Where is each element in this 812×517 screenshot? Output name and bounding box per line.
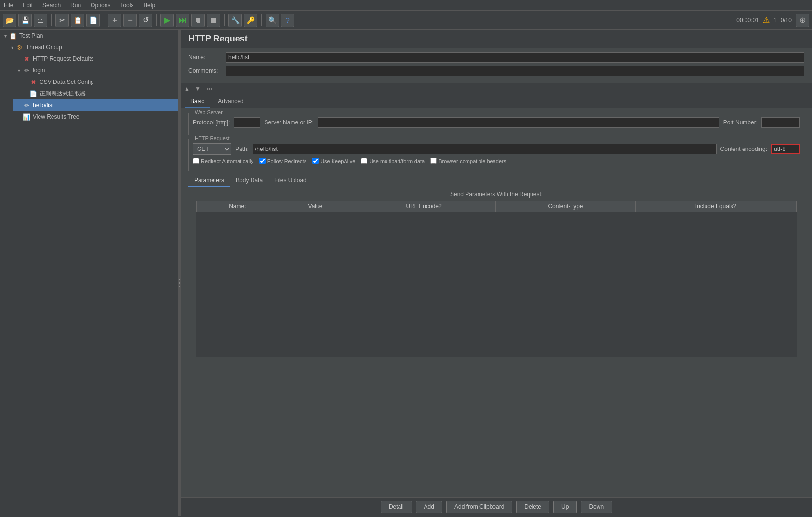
run-no-pause-button[interactable]: ⏭ <box>176 14 189 27</box>
sidebar-item-login[interactable]: ▾ ✏ login <box>13 65 178 76</box>
sidebar-item-thread-group[interactable]: ▾ ⚙ Thread Group <box>7 41 178 53</box>
server-input[interactable] <box>318 117 719 128</box>
sidebar: ▾ 📋 Test Plan ▾ ⚙ Thread Group ✖ HTTP Re… <box>0 30 178 516</box>
help-button[interactable]: ? <box>281 14 294 27</box>
params-table-body <box>197 212 797 357</box>
save-all-button[interactable]: 🗃 <box>34 14 47 27</box>
delete-button[interactable]: Delete <box>516 501 549 513</box>
regex-label: 正则表达式提取器 <box>40 90 86 98</box>
add-from-clipboard-button[interactable]: Add from Clipboard <box>446 501 512 513</box>
follow-redirects-label[interactable]: Follow Redirects <box>259 158 306 164</box>
toolbar: 📂 💾 🗃 ✂ 📋 📄 + − ↺ ▶ ⏭ ⏺ ⏹ 🔧 🔑 🔍 ? 00:00:… <box>0 11 812 30</box>
detail-button[interactable]: Detail <box>381 501 412 513</box>
redirect-auto-checkbox[interactable] <box>193 158 199 164</box>
menu-tools[interactable]: Tools <box>118 1 135 10</box>
port-input[interactable] <box>761 117 800 128</box>
sidebar-item-view-results[interactable]: 📊 View Results Tree <box>13 111 178 122</box>
panel-title: HTTP Request <box>188 34 248 43</box>
keep-alive-label[interactable]: Use KeepAlive <box>312 158 355 164</box>
browser-headers-checkbox[interactable] <box>430 158 437 164</box>
sub-tabs-bar: Parameters Body Data Files Upload <box>188 175 804 187</box>
sidebar-item-hello-list[interactable]: ✏ hello/list <box>13 99 178 111</box>
up-button[interactable]: Up <box>553 501 577 513</box>
params-table: Name: Value URL Encode? Content-Type Inc… <box>196 201 797 357</box>
main-layout: ▾ 📋 Test Plan ▾ ⚙ Thread Group ✖ HTTP Re… <box>0 30 812 516</box>
ssl-manager-button[interactable]: 🔧 <box>228 14 242 27</box>
path-input[interactable] <box>253 144 717 154</box>
multipart-checkbox[interactable] <box>361 158 367 164</box>
sidebar-item-csv-config[interactable]: ✖ CSV Data Set Config <box>20 76 178 88</box>
menu-search[interactable]: Search <box>40 1 63 10</box>
http-defaults-icon: ✖ <box>22 54 31 63</box>
tabs-bar: Basic Advanced <box>181 94 812 108</box>
comments-row: Comments: <box>188 66 804 76</box>
col-header-name: Name: <box>197 201 279 212</box>
tab-basic[interactable]: Basic <box>185 96 210 108</box>
run-button[interactable]: ▶ <box>160 14 174 27</box>
add-toolbar-button[interactable]: + <box>108 14 121 27</box>
menu-run[interactable]: Run <box>68 1 83 10</box>
up-arrow-btn[interactable]: ▲ <box>183 84 191 93</box>
web-server-row: Protocol [http]: Server Name or IP: Port… <box>193 117 800 128</box>
form-section: Name: Comments: <box>181 48 812 83</box>
csv-config-icon: ✖ <box>29 78 38 86</box>
search-toolbar-button[interactable]: 🔍 <box>266 14 279 27</box>
protocol-label: Protocol [http]: <box>193 119 230 126</box>
cut-button[interactable]: ✂ <box>55 14 69 27</box>
menu-bar: File Edit Search Run Options Tools Help <box>0 0 812 11</box>
sidebar-item-regex[interactable]: 📄 正则表达式提取器 <box>20 88 178 99</box>
menu-help[interactable]: Help <box>141 1 157 10</box>
thread-group-label: Thread Group <box>26 44 62 51</box>
hello-list-label: hello/list <box>33 102 53 109</box>
sub-tab-parameters[interactable]: Parameters <box>188 175 230 187</box>
expand-arrow-login: ▾ <box>15 68 22 73</box>
hello-list-icon: ✏ <box>22 101 31 109</box>
view-results-label: View Results Tree <box>33 113 80 120</box>
down-arrow-btn[interactable]: ▼ <box>193 84 202 93</box>
col-header-value: Value <box>279 201 352 212</box>
redirect-auto-label[interactable]: Redirect Automatically <box>193 158 253 164</box>
down-button[interactable]: Down <box>581 501 612 513</box>
panel-header: HTTP Request <box>181 30 812 48</box>
sub-tab-files-upload[interactable]: Files Upload <box>268 175 312 187</box>
col-header-include-equals: Include Equals? <box>636 201 797 212</box>
menu-options[interactable]: Options <box>89 1 112 10</box>
save-button[interactable]: 💾 <box>18 14 32 27</box>
add-button[interactable]: Add <box>416 501 442 513</box>
multipart-label[interactable]: Use multipart/form-data <box>361 158 425 164</box>
copy-button[interactable]: 📋 <box>71 14 84 27</box>
sub-tab-body-data[interactable]: Body Data <box>230 175 268 187</box>
stop-button[interactable]: ⏺ <box>191 14 205 27</box>
csv-config-label: CSV Data Set Config <box>40 79 94 85</box>
browser-headers-label[interactable]: Browser-compatible headers <box>430 158 506 164</box>
http-content: Web Server Protocol [http]: Server Name … <box>181 108 812 497</box>
follow-redirects-checkbox[interactable] <box>259 158 266 164</box>
paste-button[interactable]: 📄 <box>86 14 100 27</box>
test-plan-icon: 📋 <box>9 31 17 40</box>
menu-edit[interactable]: Edit <box>21 1 35 10</box>
open-button[interactable]: 📂 <box>3 14 16 27</box>
comments-input[interactable] <box>226 66 804 76</box>
toolbar-dots: ••• <box>207 86 213 92</box>
log-button[interactable]: 🔑 <box>244 14 257 27</box>
protocol-input[interactable] <box>234 117 260 128</box>
test-plan-label: Test Plan <box>19 32 43 39</box>
sidebar-resize-handle[interactable] <box>176 30 178 516</box>
name-row: Name: <box>188 52 804 63</box>
tab-advanced[interactable]: Advanced <box>212 96 249 108</box>
name-input[interactable] <box>226 52 804 63</box>
encoding-input[interactable] <box>771 144 800 154</box>
sidebar-item-test-plan[interactable]: ▾ 📋 Test Plan <box>0 30 178 41</box>
col-header-content-type: Content-Type <box>495 201 635 212</box>
sidebar-item-http-defaults[interactable]: ✖ HTTP Request Defaults <box>13 53 178 65</box>
stop-now-button[interactable]: ⏹ <box>207 14 220 27</box>
keep-alive-checkbox[interactable] <box>312 158 319 164</box>
menu-file[interactable]: File <box>2 1 15 10</box>
view-results-icon: 📊 <box>22 112 31 121</box>
remove-toolbar-button[interactable]: − <box>123 14 137 27</box>
checkboxes-row: Redirect Automatically Follow Redirects … <box>193 158 800 164</box>
method-select[interactable]: GET POST PUT DELETE PATCH <box>193 143 231 155</box>
name-label: Name: <box>188 54 222 61</box>
expand-button[interactable]: ⊕ <box>796 14 809 27</box>
undo-button[interactable]: ↺ <box>139 14 152 27</box>
